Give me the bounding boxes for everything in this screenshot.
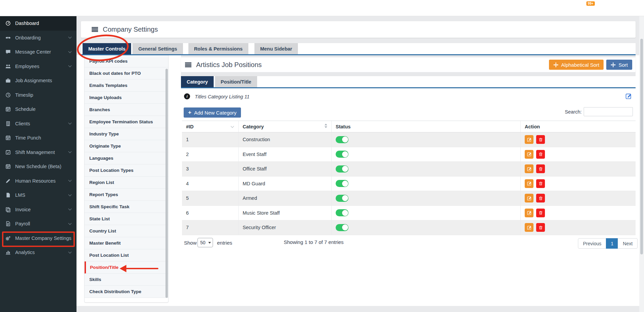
sidebar-item-lms[interactable]: LMS [0, 188, 76, 202]
delete-button[interactable] [536, 223, 545, 232]
status-toggle[interactable] [336, 136, 348, 143]
column-header-id[interactable]: #ID [182, 121, 239, 132]
edit-pencil-square-icon [527, 211, 531, 215]
edit-button[interactable] [525, 135, 533, 144]
settings-menu-item[interactable]: Black out dates for PTO [85, 67, 168, 80]
settings-menu-item[interactable]: Industry Type [85, 128, 168, 140]
settings-menu-item[interactable]: Check Distribution Type [85, 286, 168, 298]
settings-menu-item[interactable]: Payroll API codes [85, 55, 168, 67]
settings-menu-item[interactable]: Post Location List [85, 249, 168, 261]
settings-menu-item[interactable]: Post Location Types [85, 164, 168, 177]
sidebar-item-invoice[interactable]: Invoice [0, 202, 76, 217]
page-size-select[interactable]: 50 [197, 238, 213, 247]
edit-button[interactable] [525, 164, 533, 173]
delete-button[interactable] [536, 135, 545, 144]
page-title: Company Settings [103, 26, 158, 33]
sidebar-item-schedule[interactable]: Schedule [0, 102, 76, 117]
settings-item-position-title[interactable]: Position/Title [85, 261, 168, 274]
settings-menu-item[interactable]: Image Uploads [85, 92, 168, 104]
row-id: 7 [182, 220, 239, 235]
settings-menu-item[interactable]: Skills [85, 274, 168, 286]
settings-menu-item[interactable]: Report Types [85, 189, 168, 201]
table-search-label: Search: [560, 109, 582, 115]
pagination: Previous 1 Next [578, 238, 638, 249]
tab-position-title[interactable]: Position/Title [215, 76, 257, 87]
sidebar-item-shift-management[interactable]: Shift Management [0, 145, 76, 160]
delete-button[interactable] [536, 194, 545, 202]
chevron-down-icon [68, 64, 72, 67]
settings-menu-item[interactable]: Originate Type [85, 140, 168, 152]
page-1-button[interactable]: 1 [606, 238, 618, 249]
status-toggle[interactable] [336, 224, 348, 231]
sidebar-item-master-company-settings[interactable]: Master Company Settings [0, 231, 76, 246]
tab-menu-sidebar[interactable]: Menu Sidebar [254, 43, 298, 54]
settings-menu-item[interactable]: Emails Templates [85, 80, 168, 92]
sidebar-item-job-assignments[interactable]: Job Assignments [0, 73, 76, 88]
dashboard-gauge-icon [5, 21, 11, 26]
trash-icon [539, 225, 543, 230]
delete-button[interactable] [536, 179, 545, 188]
edit-button[interactable] [525, 150, 533, 159]
button-label: Alphabetical Sort [561, 62, 599, 68]
status-toggle[interactable] [336, 209, 348, 216]
sidebar-item-time-punch[interactable]: Time Punch [0, 131, 76, 145]
edit-pencil-square-icon[interactable] [625, 93, 632, 99]
tab-category[interactable]: Category [181, 76, 214, 87]
delete-button[interactable] [536, 164, 545, 173]
tab-general-settings[interactable]: General Settings [132, 43, 183, 54]
alphabetical-sort-button[interactable]: Alphabetical Sort [549, 60, 604, 70]
info-icon: i [184, 93, 190, 99]
settings-item-label: Shift Specific Task [89, 204, 129, 209]
sidebar-item-employees[interactable]: Employees [0, 59, 76, 74]
sidebar-item-message-center[interactable]: Message Center [0, 45, 76, 59]
edit-button[interactable] [525, 179, 533, 188]
sidebar-item-label: Human Resources [15, 178, 56, 184]
sidebar-item-human-resources[interactable]: Human Resources [0, 174, 76, 188]
edit-button[interactable] [525, 223, 533, 232]
delete-button[interactable] [536, 150, 545, 159]
settings-menu-item[interactable]: Master Benefit [85, 237, 168, 249]
settings-menu-scrollbar[interactable] [165, 69, 168, 298]
settings-menu-item[interactable]: Employee Termination Status [85, 116, 168, 128]
table-search-input[interactable] [584, 107, 633, 116]
chevron-down-icon [68, 121, 72, 125]
toggle-knob [342, 195, 348, 201]
sort-button[interactable]: Sort [606, 60, 632, 70]
settings-menu-item[interactable]: Region List [85, 177, 168, 189]
sidebar-item-analytics[interactable]: Analytics [0, 245, 76, 260]
previous-page-button[interactable]: Previous [578, 238, 606, 249]
sidebar-item-clients[interactable]: Clients [0, 117, 76, 131]
settings-menu-item[interactable]: State List [85, 213, 168, 225]
status-toggle[interactable] [336, 151, 348, 158]
settings-menu-item[interactable]: Country List [85, 225, 168, 237]
status-toggle[interactable] [336, 180, 348, 187]
add-new-category-button[interactable]: + Add New Category [184, 107, 241, 118]
edit-button[interactable] [525, 209, 533, 217]
status-toggle[interactable] [336, 195, 348, 202]
toggle-knob [342, 136, 348, 143]
edit-pencil-square-icon [527, 152, 531, 156]
chevron-down-icon [68, 150, 72, 153]
delete-button[interactable] [536, 209, 545, 217]
sidebar-item-payroll[interactable]: Payroll [0, 217, 76, 231]
settings-menu-item[interactable]: Branches [85, 104, 168, 116]
tab-master-controls[interactable]: Master Controls [83, 43, 131, 54]
column-header-category[interactable]: Category [239, 121, 332, 132]
edit-pencil-square-icon [527, 196, 531, 200]
settings-menu-item[interactable]: Shift Specific Task [85, 201, 168, 213]
edit-button[interactable] [525, 194, 533, 202]
tab-roles-permissions[interactable]: Roles & Permissions [188, 43, 248, 54]
settings-item-label: Skills [89, 277, 101, 282]
status-toggle[interactable] [336, 165, 348, 173]
row-id: 1 [182, 132, 239, 147]
page-scrollbar-thumb[interactable] [640, 39, 643, 254]
sidebar-item-new-schedule-beta[interactable]: New Schedule (Beta) [0, 159, 76, 174]
sidebar-item-onboarding[interactable]: Onboarding [0, 31, 76, 45]
settings-menu-item[interactable]: Languages [85, 152, 168, 164]
row-category: Event Staff [239, 147, 332, 162]
row-category: Armed [239, 191, 332, 206]
sidebar-item-timeslip[interactable]: Timeslip [0, 88, 76, 102]
sidebar-item-dashboard[interactable]: Dashboard [0, 16, 76, 31]
row-id: 6 [182, 206, 239, 220]
next-page-button[interactable]: Next [618, 238, 638, 249]
